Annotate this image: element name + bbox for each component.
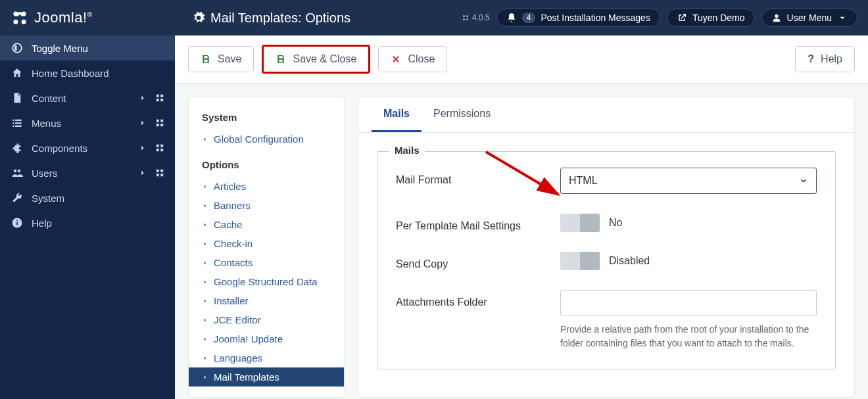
- chevron-right-icon: [138, 143, 147, 153]
- header-actions: 4.0.5 4 Post Installation Messages Tuyen…: [462, 9, 857, 27]
- save-close-label: Save & Close: [293, 53, 356, 65]
- nav-item-global-configuration[interactable]: Global Configuration: [189, 129, 344, 149]
- toggle-per-template-value: No: [609, 217, 622, 229]
- svg-rect-28: [160, 149, 163, 151]
- svg-point-30: [18, 170, 21, 173]
- nav-item-languages[interactable]: Languages: [189, 348, 344, 367]
- sidebar-item-home-dashboard[interactable]: Home Dashboard: [0, 60, 175, 85]
- chevron-right-icon: [202, 222, 208, 228]
- sidebar-item-components[interactable]: Components: [0, 135, 175, 160]
- sidebar-item-label: Menus: [32, 118, 130, 129]
- joomla-mini-icon: [462, 14, 470, 22]
- label-attachments-folder: Attachments Folder: [396, 290, 547, 308]
- toolbar: Save Save & Close Close ? Help: [175, 35, 868, 83]
- top-header: Joomla!® Mail Templates: Options 4.0.5 4…: [0, 0, 868, 35]
- toggle-per-template[interactable]: [560, 214, 600, 232]
- tab-mails[interactable]: Mails: [372, 97, 422, 132]
- nav-item-articles[interactable]: Articles: [189, 177, 344, 196]
- wrench-icon: [11, 192, 24, 204]
- sidebar-item-system[interactable]: System: [0, 185, 175, 210]
- sidebar-item-help[interactable]: Help: [0, 210, 175, 235]
- chevron-right-icon: [202, 355, 208, 362]
- user-menu-pill[interactable]: User Menu: [761, 9, 857, 27]
- nav-item-label: Google Structured Data: [214, 276, 318, 287]
- nav-item-cache[interactable]: Cache: [189, 215, 344, 234]
- nav-item-label: Global Configuration: [214, 133, 304, 145]
- row-attachments-folder: Attachments Folder Provide a relative pa…: [396, 290, 817, 350]
- toggle-send-copy-value: Disabled: [609, 255, 650, 267]
- svg-point-5: [466, 15, 468, 17]
- sidebar-item-label: Home Dashboard: [32, 68, 164, 79]
- svg-point-7: [466, 18, 468, 20]
- home-icon: [11, 67, 24, 79]
- help-button[interactable]: ? Help: [795, 46, 855, 72]
- grid-icon[interactable]: [155, 168, 164, 177]
- file-icon: [11, 92, 24, 104]
- toggle-send-copy[interactable]: [560, 252, 600, 270]
- svg-rect-18: [15, 122, 22, 124]
- input-attachments-folder[interactable]: [560, 290, 817, 316]
- users-icon: [11, 167, 24, 179]
- info-icon: [11, 217, 24, 229]
- select-mail-format[interactable]: HTML: [560, 168, 817, 194]
- notifications-pill[interactable]: 4 Post Installation Messages: [496, 9, 660, 27]
- nav-item-label: Contacts: [214, 257, 253, 268]
- sidebar-item-label: System: [32, 193, 164, 204]
- sidebar-item-users[interactable]: Users: [0, 160, 175, 185]
- chevron-right-icon: [202, 202, 208, 209]
- nav-item-check-in[interactable]: Check-in: [189, 234, 344, 253]
- svg-rect-23: [157, 124, 159, 126]
- svg-point-2: [13, 20, 18, 24]
- save-button[interactable]: Save: [188, 46, 254, 72]
- sidebar-item-label: Content: [32, 93, 130, 104]
- nav-item-mail-templates[interactable]: Mail Templates: [189, 367, 344, 387]
- chevron-right-icon: [138, 93, 147, 103]
- page-title-wrap: Mail Templates: Options: [192, 11, 454, 26]
- site-link-pill[interactable]: Tuyen Demo: [667, 9, 755, 27]
- nav-item-installer[interactable]: Installer: [189, 291, 344, 310]
- sidebar-item-toggle-menu[interactable]: Toggle Menu: [0, 35, 175, 60]
- svg-rect-20: [15, 126, 22, 127]
- svg-rect-32: [160, 170, 163, 172]
- nav-item-google-structured-data[interactable]: Google Structured Data: [189, 272, 344, 291]
- sidebar-item-label: Toggle Menu: [32, 43, 164, 54]
- sidebar-item-label: Components: [32, 143, 130, 154]
- svg-point-3: [22, 20, 26, 24]
- nav-item-contacts[interactable]: Contacts: [189, 253, 344, 272]
- tabs: Mails Permissions: [358, 97, 854, 133]
- version-badge: 4.0.5: [462, 13, 490, 22]
- close-button[interactable]: Close: [378, 46, 447, 72]
- grid-icon[interactable]: [155, 93, 164, 103]
- sidebar-item-menus[interactable]: Menus: [0, 110, 175, 135]
- list-icon: [11, 117, 24, 129]
- svg-rect-34: [160, 174, 163, 176]
- bell-icon: [506, 12, 517, 23]
- nav-item-label: JCE Editor: [214, 314, 261, 325]
- user-label: User Menu: [787, 12, 832, 23]
- svg-rect-26: [160, 145, 163, 147]
- tab-permissions[interactable]: Permissions: [422, 97, 502, 132]
- grid-icon[interactable]: [155, 143, 164, 153]
- close-label: Close: [408, 53, 435, 65]
- row-mail-format: Mail Format HTML: [396, 168, 817, 194]
- options-nav-panel: System Global Configuration Options Arti…: [188, 97, 345, 398]
- gear-icon: [192, 11, 205, 24]
- sidebar-item-content[interactable]: Content: [0, 85, 175, 110]
- svg-rect-25: [157, 145, 159, 147]
- site-label: Tuyen Demo: [692, 12, 745, 23]
- nav-item-jce-editor[interactable]: JCE Editor: [189, 310, 344, 329]
- help-attachments-folder: Provide a relative path from the root of…: [560, 323, 817, 350]
- svg-rect-37: [16, 220, 18, 222]
- svg-rect-21: [157, 120, 159, 122]
- grid-icon[interactable]: [155, 118, 164, 128]
- chevron-right-icon: [202, 336, 208, 342]
- user-icon: [771, 12, 782, 23]
- nav-item-label: Installer: [214, 295, 249, 306]
- row-per-template: Per Template Mail Settings No: [396, 214, 817, 232]
- svg-rect-15: [12, 120, 14, 121]
- help-label: Help: [821, 53, 842, 65]
- save-close-button[interactable]: Save & Close: [262, 45, 370, 74]
- svg-point-9: [12, 43, 22, 53]
- nav-item-banners[interactable]: Banners: [189, 196, 344, 215]
- nav-item-joomla-update[interactable]: Joomla! Update: [189, 329, 344, 348]
